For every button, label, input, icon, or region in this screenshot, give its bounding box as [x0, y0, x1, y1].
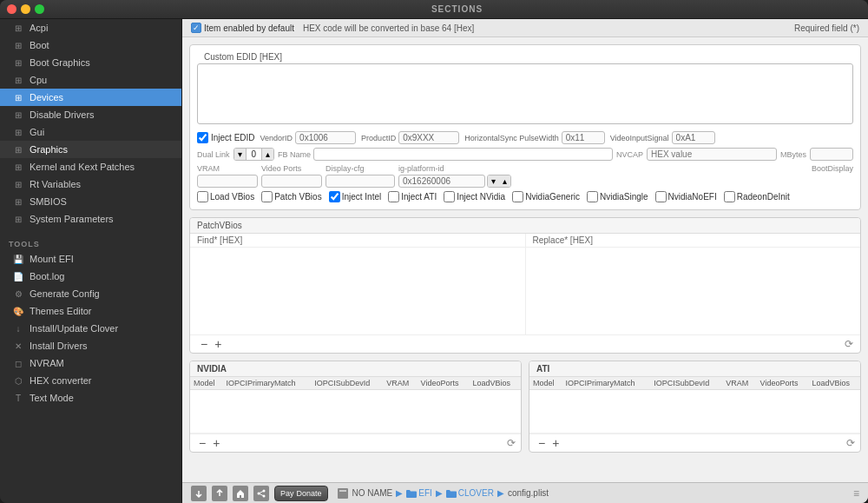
sidebar-item-boot-log[interactable]: 📄 Boot.log [0, 268, 181, 285]
inject-edid-checkbox[interactable] [197, 132, 208, 143]
grid-icon: ⊞ [12, 22, 24, 34]
ati-add-btn[interactable]: + [549, 436, 562, 450]
donate-button[interactable]: Pay Donate [274, 486, 328, 501]
vendor-id-input[interactable] [295, 131, 356, 144]
ig-platform-stepper[interactable]: ▾ ▴ [487, 175, 511, 188]
sidebar-item-hex-converter[interactable]: ⬡ HEX converter [0, 372, 181, 389]
patchvbios-add-row: − + ⟳ [190, 334, 860, 353]
inject-intel-label[interactable]: Inject Intel [329, 191, 382, 202]
config-plist: config.plist [508, 488, 549, 498]
disk-breadcrumb-icon [337, 487, 349, 500]
nvidia-generic-checkbox[interactable] [512, 191, 523, 202]
status-icon-2[interactable] [212, 486, 227, 501]
grid-icon: ⊞ [12, 143, 24, 156]
sidebar-item-system-parameters[interactable]: ⊞ System Parameters [0, 210, 181, 228]
display-cfg-input[interactable] [326, 175, 395, 188]
inject-ati-label[interactable]: Inject ATI [388, 191, 437, 202]
sidebar-item-generate-config[interactable]: ⚙ Generate Config [0, 285, 181, 302]
sidebar-item-themes-editor[interactable]: 🎨 Themes Editor [0, 302, 181, 320]
fb-name-input[interactable] [313, 148, 613, 161]
status-icon-share[interactable] [253, 486, 269, 501]
inject-nvidia-checkbox[interactable] [444, 191, 455, 202]
ati-title: ATI [529, 361, 860, 377]
sidebar-item-smbios[interactable]: ⊞ SMBIOS [0, 193, 181, 210]
svg-rect-8 [339, 490, 346, 492]
load-vbios-label[interactable]: Load VBios [197, 191, 254, 202]
item-enabled-checkbox[interactable]: ✓ [191, 23, 201, 33]
status-icon-1[interactable] [191, 486, 207, 501]
ig-stepper-up[interactable]: ▴ [499, 175, 510, 187]
product-id-label: ProductID [361, 134, 396, 142]
video-input-input[interactable] [672, 131, 715, 144]
sidebar-item-rt-variables[interactable]: ⊞ Rt Variables [0, 175, 181, 193]
vram-col-header: VRAM [197, 164, 258, 173]
load-vbios-checkbox[interactable] [197, 191, 208, 202]
nvidia-single-label[interactable]: NvidiaSingle [587, 191, 648, 202]
mbytes-input[interactable] [810, 148, 853, 161]
zoom-button[interactable] [35, 4, 44, 14]
sidebar-item-install-clover[interactable]: ↓ Install/Update Clover [0, 320, 181, 337]
status-icon-home[interactable] [233, 486, 248, 501]
stepper-up[interactable]: ▴ [262, 149, 273, 160]
custom-edid-input[interactable] [197, 63, 853, 124]
nvidia-generic-label[interactable]: NvidiaGeneric [512, 191, 580, 202]
nvcap-hex-input[interactable] [647, 148, 777, 161]
sidebar-item-text-mode[interactable]: T Text Mode [0, 389, 181, 407]
nvidia-add-btn[interactable]: + [209, 436, 223, 450]
nvidia-table-header: Model IOPCIPrimaryMatch IOPCISubDevId VR… [190, 377, 521, 390]
radeon-deln-label[interactable]: RadeonDeInit [724, 191, 790, 202]
nvcap-label: NVCAP [616, 150, 643, 159]
video-ports-input[interactable] [261, 175, 322, 188]
import-icon [194, 488, 204, 499]
nvidia-col-vram: VRAM [383, 377, 417, 390]
sidebar-item-boot[interactable]: ⊞ Boot [0, 36, 181, 54]
inject-edid-label[interactable]: Inject EDID [197, 132, 255, 143]
sidebar-item-disable-drivers[interactable]: ⊞ Disable Drivers [0, 106, 181, 123]
replace-hex-body [526, 248, 861, 334]
stepper-down[interactable]: ▾ [234, 149, 246, 160]
patch-columns: Find* [HEX] Replace* [HEX] [190, 234, 860, 334]
hex-icon: ⬡ [12, 374, 24, 387]
sidebar-item-nvram[interactable]: ◻ NVRAM [0, 354, 181, 372]
sidebar-item-mount-efi[interactable]: 💾 Mount EFI [0, 250, 181, 268]
nvidia-minus-btn[interactable]: − [195, 436, 209, 450]
ati-minus-btn[interactable]: − [535, 436, 549, 450]
nvidia-single-checkbox[interactable] [587, 191, 598, 202]
product-id-input[interactable] [398, 131, 459, 144]
nvidia-scroll-icon: ⟳ [507, 437, 516, 449]
patchvbios-minus-btn[interactable]: − [197, 337, 211, 351]
breadcrumb-no-name: NO NAME [352, 488, 393, 498]
nvidia-no-efi-label[interactable]: NvidiaNoEFI [655, 191, 717, 202]
grid-icon: ⊞ [12, 195, 24, 208]
inject-intel-checkbox[interactable] [329, 191, 340, 202]
minimize-button[interactable] [21, 4, 30, 14]
grid-icon: ⊞ [12, 178, 24, 190]
custom-edid-label: Custom EDID [HEX] [197, 49, 853, 63]
sidebar-item-graphics[interactable]: ⊞ Graphics [0, 141, 181, 158]
sidebar-item-acpi[interactable]: ⊞ Acpi [0, 19, 181, 36]
radeon-deln-checkbox[interactable] [724, 191, 735, 202]
nvidia-no-efi-checkbox[interactable] [655, 191, 667, 202]
ig-stepper-down[interactable]: ▾ [488, 175, 499, 187]
grid-icon: ⊞ [12, 126, 24, 138]
sidebar-item-gui[interactable]: ⊞ Gui [0, 123, 181, 141]
close-button[interactable] [7, 4, 16, 14]
sidebar-item-boot-graphics[interactable]: ⊞ Boot Graphics [0, 54, 181, 71]
sidebar-item-kernel-patches[interactable]: ⊞ Kernel and Kext Patches [0, 158, 181, 175]
inject-nvidia-label[interactable]: Inject NVidia [444, 191, 505, 202]
ati-table-body [529, 390, 860, 434]
sidebar-item-cpu[interactable]: ⊞ Cpu [0, 71, 181, 89]
nvidia-table-body [190, 390, 521, 434]
inject-ati-checkbox[interactable] [388, 191, 399, 202]
vram-input[interactable] [197, 175, 258, 188]
patch-vbios-checkbox[interactable] [261, 191, 273, 202]
hsync-input[interactable] [562, 131, 605, 144]
grid-icon: ⊞ [12, 39, 24, 51]
dual-link-stepper[interactable]: ▾ 0 ▴ [233, 148, 275, 161]
sidebar-item-install-drivers[interactable]: ✕ Install Drivers [0, 337, 181, 354]
patchvbios-add-btn[interactable]: + [211, 337, 225, 351]
patch-vbios-label[interactable]: Patch VBios [261, 191, 321, 202]
sidebar-item-devices[interactable]: ⊞ Devices [0, 89, 181, 106]
ig-platform-input[interactable] [398, 175, 485, 188]
dual-link-label: Dual Link [197, 150, 230, 159]
